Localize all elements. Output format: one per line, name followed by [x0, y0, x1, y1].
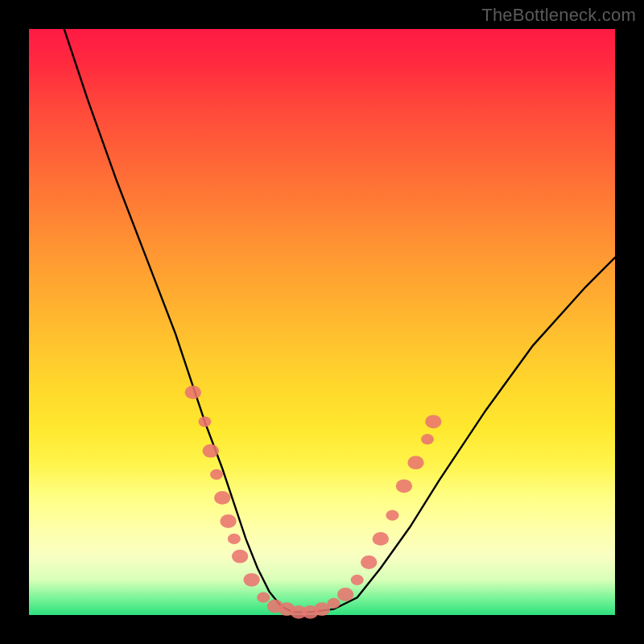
data-marker — [386, 510, 398, 521]
data-marker — [421, 434, 434, 444]
data-marker — [337, 588, 353, 601]
data-marker — [407, 456, 423, 469]
bottleneck-curve — [64, 29, 615, 612]
data-marker — [396, 479, 412, 493]
data-marker — [232, 550, 248, 564]
data-marker — [198, 416, 211, 427]
marker-group — [185, 386, 442, 619]
plot-area — [29, 29, 615, 615]
data-marker — [228, 534, 241, 544]
chart-frame: TheBottleneck.com — [0, 0, 644, 644]
data-marker — [425, 415, 441, 428]
data-marker — [185, 386, 201, 399]
chart-svg — [29, 29, 615, 615]
data-marker — [214, 491, 230, 505]
data-marker — [220, 514, 236, 528]
data-marker — [373, 532, 389, 546]
data-marker — [328, 598, 341, 609]
data-marker — [243, 573, 259, 587]
data-marker — [257, 592, 270, 603]
watermark-text: TheBottleneck.com — [481, 5, 636, 26]
data-marker — [210, 469, 223, 480]
data-marker — [203, 444, 219, 458]
data-marker — [351, 575, 364, 585]
data-marker — [361, 555, 377, 569]
